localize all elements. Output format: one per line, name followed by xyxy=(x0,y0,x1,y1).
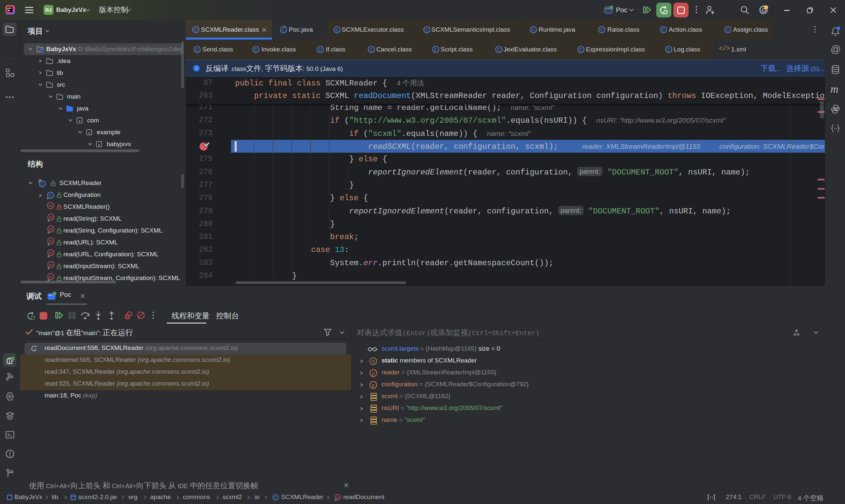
svg-text:C: C xyxy=(318,47,322,52)
svg-text:C: C xyxy=(662,28,665,32)
svg-text:C: C xyxy=(497,47,500,52)
svg-text:m: m xyxy=(49,238,53,244)
svg-text:C: C xyxy=(425,28,428,32)
svg-text:C: C xyxy=(667,47,670,52)
svg-text:C: C xyxy=(579,47,583,52)
svg-text:m: m xyxy=(49,262,53,267)
svg-text:C: C xyxy=(335,28,339,32)
svg-text:m: m xyxy=(49,215,53,220)
svg-text:C: C xyxy=(532,28,535,32)
svg-text:C: C xyxy=(194,28,197,32)
svg-text:C: C xyxy=(600,28,603,32)
svg-text:C: C xyxy=(282,28,285,32)
svg-text:m: m xyxy=(336,496,340,499)
svg-text:p: p xyxy=(372,371,375,376)
svg-text:C: C xyxy=(726,28,729,32)
svg-text:C: C xyxy=(274,496,277,500)
svg-text:C: C xyxy=(40,181,43,186)
svg-text:C: C xyxy=(254,47,258,52)
svg-text:C: C xyxy=(370,47,373,52)
svg-text:C: C xyxy=(49,193,52,198)
svg-text:C: C xyxy=(195,47,199,52)
svg-text:C: C xyxy=(434,47,437,52)
svg-text:m: m xyxy=(49,203,52,208)
svg-text:m: m xyxy=(49,274,53,279)
svg-text:m: m xyxy=(49,227,53,232)
svg-text:p: p xyxy=(372,382,375,388)
svg-text:m: m xyxy=(49,250,53,255)
svg-text:S: S xyxy=(372,359,375,364)
